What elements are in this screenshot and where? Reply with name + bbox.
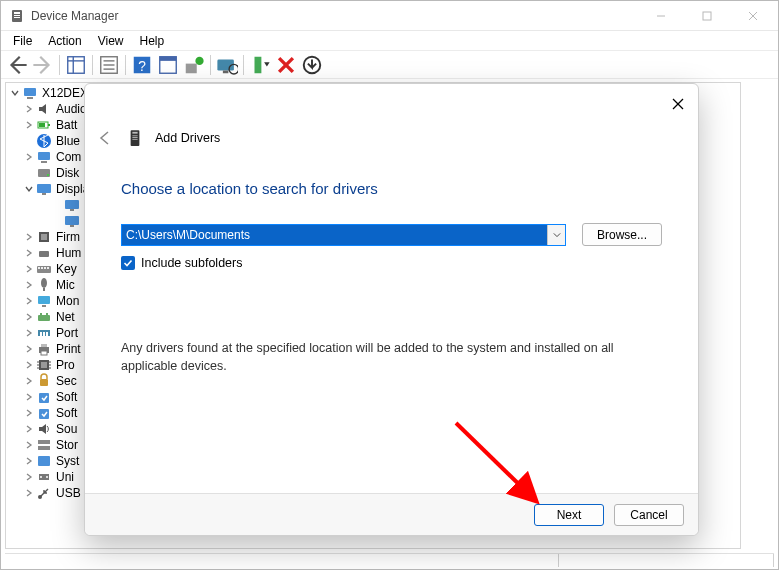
tree-expand-icon[interactable] <box>22 326 36 340</box>
svg-rect-39 <box>42 193 46 195</box>
tree-category-label: Sec <box>56 374 77 388</box>
tree-expand-icon[interactable] <box>22 262 36 276</box>
svg-rect-48 <box>38 267 40 269</box>
combo-dropdown-button[interactable] <box>547 225 565 245</box>
device-category-icon <box>36 325 52 341</box>
device-category-icon <box>36 373 52 389</box>
tree-expand-icon[interactable] <box>22 374 36 388</box>
svg-rect-43 <box>70 225 74 227</box>
tree-category-label: Syst <box>56 454 79 468</box>
tree-expand-icon[interactable] <box>22 470 36 484</box>
svg-point-82 <box>46 476 48 478</box>
svg-rect-78 <box>38 446 50 450</box>
help-button[interactable]: ? <box>130 54 154 76</box>
svg-rect-77 <box>38 440 50 444</box>
tree-expand-icon[interactable] <box>22 102 36 116</box>
svg-rect-64 <box>41 344 47 347</box>
forward-button[interactable] <box>31 54 55 76</box>
dialog-close-button[interactable] <box>666 92 690 116</box>
device-category-icon <box>36 309 52 325</box>
device-category-icon <box>36 277 52 293</box>
tree-expand-icon[interactable] <box>22 150 36 164</box>
disable-button[interactable] <box>300 54 324 76</box>
svg-rect-58 <box>46 313 48 315</box>
tree-expand-icon[interactable] <box>22 118 36 132</box>
path-combo[interactable] <box>121 224 566 246</box>
menu-help[interactable]: Help <box>132 32 173 50</box>
menu-action[interactable]: Action <box>40 32 89 50</box>
dialog-footer: Next Cancel <box>85 493 698 535</box>
svg-rect-67 <box>41 362 47 368</box>
device-category-icon <box>36 405 52 421</box>
tree-expand-icon[interactable] <box>22 278 36 292</box>
svg-rect-76 <box>39 409 49 419</box>
browse-button[interactable]: Browse... <box>582 223 662 246</box>
show-hide-tree-button[interactable] <box>64 54 88 76</box>
tree-expand-icon[interactable] <box>22 454 36 468</box>
svg-rect-90 <box>132 139 137 140</box>
svg-rect-87 <box>132 132 137 134</box>
svg-rect-46 <box>39 251 49 257</box>
include-subfolders-checkbox[interactable] <box>121 256 135 270</box>
svg-rect-57 <box>40 313 42 315</box>
svg-rect-54 <box>38 296 50 304</box>
tree-expand-icon[interactable] <box>22 422 36 436</box>
dialog-back-icon[interactable] <box>95 128 115 148</box>
device-category-icon <box>36 293 52 309</box>
svg-rect-5 <box>703 12 711 20</box>
tree-expand-icon[interactable] <box>22 294 36 308</box>
tree-category-label: Print <box>56 342 81 356</box>
tree-expand-icon[interactable] <box>22 342 36 356</box>
back-button[interactable] <box>5 54 29 76</box>
tree-category-label: Audio <box>56 102 87 116</box>
tree-expand-icon[interactable] <box>22 358 36 372</box>
device-category-icon <box>36 437 52 453</box>
tree-category-label: Soft <box>56 406 77 420</box>
svg-rect-19 <box>186 63 197 73</box>
dialog-title: Add Drivers <box>155 131 220 145</box>
tree-collapse-icon[interactable] <box>8 86 22 100</box>
menu-view[interactable]: View <box>90 32 132 50</box>
svg-rect-74 <box>40 379 48 386</box>
tree-expand-icon[interactable] <box>22 438 36 452</box>
svg-rect-51 <box>47 267 49 269</box>
device-category-icon <box>36 165 52 181</box>
tree-expand-icon[interactable] <box>22 230 36 244</box>
svg-rect-35 <box>41 161 47 163</box>
svg-rect-42 <box>65 216 79 225</box>
tree-expand-icon[interactable] <box>22 246 36 260</box>
display-adapter-icon <box>64 213 80 229</box>
svg-rect-32 <box>39 123 45 127</box>
menu-file[interactable]: File <box>5 32 40 50</box>
add-drivers-button[interactable] <box>248 54 272 76</box>
tree-category-label: Pro <box>56 358 75 372</box>
action-button[interactable] <box>156 54 180 76</box>
tree-category-label: Batt <box>56 118 77 132</box>
tree-expand-icon[interactable] <box>22 406 36 420</box>
tree-collapse-icon[interactable] <box>22 182 36 196</box>
scan-hardware-button[interactable] <box>215 54 239 76</box>
tree-expand-icon[interactable] <box>22 310 36 324</box>
tree-category-label: Net <box>56 310 75 324</box>
statusbar <box>5 553 774 567</box>
update-driver-button[interactable] <box>182 54 206 76</box>
tree-expand-icon[interactable] <box>22 390 36 404</box>
properties-button[interactable] <box>97 54 121 76</box>
svg-rect-88 <box>132 135 137 136</box>
svg-rect-31 <box>48 124 50 126</box>
path-input[interactable] <box>122 225 547 245</box>
svg-rect-56 <box>38 315 50 321</box>
minimize-button[interactable] <box>638 1 684 31</box>
tree-category-label: Mic <box>56 278 75 292</box>
app-icon <box>9 8 25 24</box>
svg-rect-53 <box>43 288 45 291</box>
close-button[interactable] <box>730 1 776 31</box>
svg-rect-45 <box>41 234 47 240</box>
tree-expand-icon[interactable] <box>22 486 36 500</box>
svg-rect-62 <box>46 332 48 336</box>
uninstall-button[interactable] <box>274 54 298 76</box>
cancel-button[interactable]: Cancel <box>614 504 684 526</box>
tree-category-label: Com <box>56 150 81 164</box>
next-button[interactable]: Next <box>534 504 604 526</box>
maximize-button[interactable] <box>684 1 730 31</box>
